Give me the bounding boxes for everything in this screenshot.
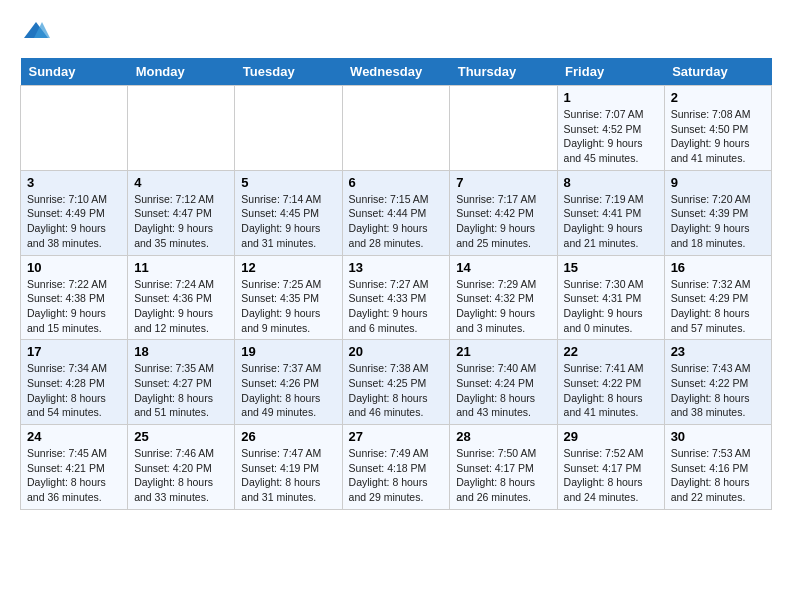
day-info: Sunrise: 7:41 AM Sunset: 4:22 PM Dayligh…	[564, 361, 658, 420]
col-header-wednesday: Wednesday	[342, 58, 450, 86]
calendar-cell: 28Sunrise: 7:50 AM Sunset: 4:17 PM Dayli…	[450, 425, 557, 510]
day-info: Sunrise: 7:15 AM Sunset: 4:44 PM Dayligh…	[349, 192, 444, 251]
day-info: Sunrise: 7:35 AM Sunset: 4:27 PM Dayligh…	[134, 361, 228, 420]
day-number: 22	[564, 344, 658, 359]
calendar-cell	[342, 86, 450, 171]
day-number: 19	[241, 344, 335, 359]
calendar-cell: 26Sunrise: 7:47 AM Sunset: 4:19 PM Dayli…	[235, 425, 342, 510]
calendar-cell: 7Sunrise: 7:17 AM Sunset: 4:42 PM Daylig…	[450, 170, 557, 255]
day-number: 24	[27, 429, 121, 444]
day-number: 23	[671, 344, 765, 359]
col-header-saturday: Saturday	[664, 58, 771, 86]
day-info: Sunrise: 7:52 AM Sunset: 4:17 PM Dayligh…	[564, 446, 658, 505]
calendar-table: SundayMondayTuesdayWednesdayThursdayFrid…	[20, 58, 772, 510]
calendar-cell: 10Sunrise: 7:22 AM Sunset: 4:38 PM Dayli…	[21, 255, 128, 340]
calendar-cell: 20Sunrise: 7:38 AM Sunset: 4:25 PM Dayli…	[342, 340, 450, 425]
day-info: Sunrise: 7:24 AM Sunset: 4:36 PM Dayligh…	[134, 277, 228, 336]
day-info: Sunrise: 7:25 AM Sunset: 4:35 PM Dayligh…	[241, 277, 335, 336]
day-info: Sunrise: 7:53 AM Sunset: 4:16 PM Dayligh…	[671, 446, 765, 505]
logo-icon	[22, 20, 50, 42]
col-header-monday: Monday	[128, 58, 235, 86]
day-info: Sunrise: 7:20 AM Sunset: 4:39 PM Dayligh…	[671, 192, 765, 251]
day-number: 29	[564, 429, 658, 444]
day-info: Sunrise: 7:07 AM Sunset: 4:52 PM Dayligh…	[564, 107, 658, 166]
calendar-cell: 3Sunrise: 7:10 AM Sunset: 4:49 PM Daylig…	[21, 170, 128, 255]
day-info: Sunrise: 7:43 AM Sunset: 4:22 PM Dayligh…	[671, 361, 765, 420]
calendar-cell: 6Sunrise: 7:15 AM Sunset: 4:44 PM Daylig…	[342, 170, 450, 255]
day-number: 17	[27, 344, 121, 359]
day-number: 15	[564, 260, 658, 275]
day-info: Sunrise: 7:30 AM Sunset: 4:31 PM Dayligh…	[564, 277, 658, 336]
day-number: 6	[349, 175, 444, 190]
day-number: 9	[671, 175, 765, 190]
day-number: 4	[134, 175, 228, 190]
logo	[20, 20, 52, 42]
day-number: 7	[456, 175, 550, 190]
calendar-cell: 25Sunrise: 7:46 AM Sunset: 4:20 PM Dayli…	[128, 425, 235, 510]
calendar-cell: 29Sunrise: 7:52 AM Sunset: 4:17 PM Dayli…	[557, 425, 664, 510]
calendar-cell: 27Sunrise: 7:49 AM Sunset: 4:18 PM Dayli…	[342, 425, 450, 510]
day-info: Sunrise: 7:12 AM Sunset: 4:47 PM Dayligh…	[134, 192, 228, 251]
calendar-cell	[235, 86, 342, 171]
day-info: Sunrise: 7:34 AM Sunset: 4:28 PM Dayligh…	[27, 361, 121, 420]
day-number: 26	[241, 429, 335, 444]
day-number: 2	[671, 90, 765, 105]
header	[20, 20, 772, 42]
day-info: Sunrise: 7:08 AM Sunset: 4:50 PM Dayligh…	[671, 107, 765, 166]
calendar-cell	[21, 86, 128, 171]
col-header-sunday: Sunday	[21, 58, 128, 86]
day-number: 1	[564, 90, 658, 105]
col-header-thursday: Thursday	[450, 58, 557, 86]
calendar-cell: 17Sunrise: 7:34 AM Sunset: 4:28 PM Dayli…	[21, 340, 128, 425]
day-info: Sunrise: 7:45 AM Sunset: 4:21 PM Dayligh…	[27, 446, 121, 505]
day-number: 25	[134, 429, 228, 444]
day-number: 10	[27, 260, 121, 275]
calendar-cell: 9Sunrise: 7:20 AM Sunset: 4:39 PM Daylig…	[664, 170, 771, 255]
calendar-cell: 16Sunrise: 7:32 AM Sunset: 4:29 PM Dayli…	[664, 255, 771, 340]
calendar-cell: 22Sunrise: 7:41 AM Sunset: 4:22 PM Dayli…	[557, 340, 664, 425]
calendar-cell: 24Sunrise: 7:45 AM Sunset: 4:21 PM Dayli…	[21, 425, 128, 510]
calendar-cell: 23Sunrise: 7:43 AM Sunset: 4:22 PM Dayli…	[664, 340, 771, 425]
calendar-cell: 18Sunrise: 7:35 AM Sunset: 4:27 PM Dayli…	[128, 340, 235, 425]
day-info: Sunrise: 7:49 AM Sunset: 4:18 PM Dayligh…	[349, 446, 444, 505]
day-number: 14	[456, 260, 550, 275]
day-number: 18	[134, 344, 228, 359]
calendar-cell: 21Sunrise: 7:40 AM Sunset: 4:24 PM Dayli…	[450, 340, 557, 425]
day-number: 8	[564, 175, 658, 190]
day-info: Sunrise: 7:19 AM Sunset: 4:41 PM Dayligh…	[564, 192, 658, 251]
day-number: 3	[27, 175, 121, 190]
calendar-cell: 1Sunrise: 7:07 AM Sunset: 4:52 PM Daylig…	[557, 86, 664, 171]
calendar-cell: 8Sunrise: 7:19 AM Sunset: 4:41 PM Daylig…	[557, 170, 664, 255]
day-number: 13	[349, 260, 444, 275]
day-info: Sunrise: 7:27 AM Sunset: 4:33 PM Dayligh…	[349, 277, 444, 336]
calendar-cell	[450, 86, 557, 171]
day-info: Sunrise: 7:47 AM Sunset: 4:19 PM Dayligh…	[241, 446, 335, 505]
day-info: Sunrise: 7:17 AM Sunset: 4:42 PM Dayligh…	[456, 192, 550, 251]
day-number: 27	[349, 429, 444, 444]
day-number: 11	[134, 260, 228, 275]
day-number: 16	[671, 260, 765, 275]
calendar-cell: 13Sunrise: 7:27 AM Sunset: 4:33 PM Dayli…	[342, 255, 450, 340]
day-info: Sunrise: 7:29 AM Sunset: 4:32 PM Dayligh…	[456, 277, 550, 336]
calendar-cell: 19Sunrise: 7:37 AM Sunset: 4:26 PM Dayli…	[235, 340, 342, 425]
day-info: Sunrise: 7:32 AM Sunset: 4:29 PM Dayligh…	[671, 277, 765, 336]
calendar-cell: 12Sunrise: 7:25 AM Sunset: 4:35 PM Dayli…	[235, 255, 342, 340]
day-info: Sunrise: 7:14 AM Sunset: 4:45 PM Dayligh…	[241, 192, 335, 251]
day-info: Sunrise: 7:37 AM Sunset: 4:26 PM Dayligh…	[241, 361, 335, 420]
calendar-cell: 15Sunrise: 7:30 AM Sunset: 4:31 PM Dayli…	[557, 255, 664, 340]
day-info: Sunrise: 7:10 AM Sunset: 4:49 PM Dayligh…	[27, 192, 121, 251]
calendar-cell	[128, 86, 235, 171]
day-info: Sunrise: 7:22 AM Sunset: 4:38 PM Dayligh…	[27, 277, 121, 336]
day-info: Sunrise: 7:50 AM Sunset: 4:17 PM Dayligh…	[456, 446, 550, 505]
col-header-tuesday: Tuesday	[235, 58, 342, 86]
calendar-cell: 5Sunrise: 7:14 AM Sunset: 4:45 PM Daylig…	[235, 170, 342, 255]
calendar-cell: 30Sunrise: 7:53 AM Sunset: 4:16 PM Dayli…	[664, 425, 771, 510]
day-number: 28	[456, 429, 550, 444]
calendar-cell: 2Sunrise: 7:08 AM Sunset: 4:50 PM Daylig…	[664, 86, 771, 171]
day-number: 30	[671, 429, 765, 444]
calendar-cell: 14Sunrise: 7:29 AM Sunset: 4:32 PM Dayli…	[450, 255, 557, 340]
day-number: 12	[241, 260, 335, 275]
day-number: 20	[349, 344, 444, 359]
day-number: 5	[241, 175, 335, 190]
day-info: Sunrise: 7:46 AM Sunset: 4:20 PM Dayligh…	[134, 446, 228, 505]
